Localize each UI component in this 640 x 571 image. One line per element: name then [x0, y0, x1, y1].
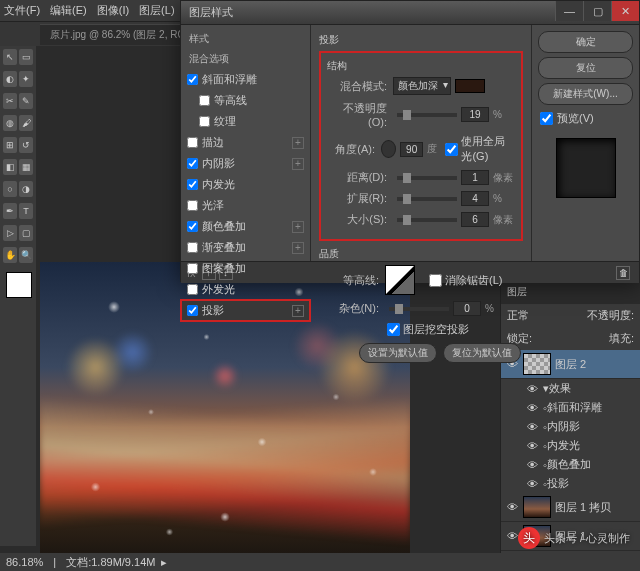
chevron-icon[interactable]: ▸ — [161, 556, 167, 569]
global-light-checkbox[interactable]: 使用全局光(G) — [445, 134, 515, 164]
style-texture[interactable]: 纹理 — [181, 111, 310, 132]
dialog-titlebar[interactable]: 图层样式 — ▢ ✕ — [181, 1, 639, 25]
style-bevel[interactable]: 斜面和浮雕 — [181, 69, 310, 90]
styles-header[interactable]: 样式 — [181, 29, 310, 49]
structure-label: 结构 — [327, 59, 515, 73]
stamp-tool[interactable]: ⊞ — [3, 137, 17, 153]
heal-tool[interactable]: ◍ — [3, 115, 17, 131]
ok-button[interactable]: 确定 — [538, 31, 633, 53]
move-tool[interactable]: ↖ — [3, 49, 17, 65]
shape-tool[interactable]: ▢ — [19, 225, 33, 241]
pen-tool[interactable]: ✒ — [3, 203, 17, 219]
size-slider[interactable] — [397, 218, 457, 222]
contour-checkbox[interactable] — [199, 95, 210, 106]
angle-dial[interactable] — [381, 140, 396, 158]
crop-tool[interactable]: ✂ — [3, 93, 17, 109]
fx-color-overlay[interactable]: 👁◦ 颜色叠加 — [525, 455, 640, 474]
add-icon[interactable]: + — [292, 305, 304, 317]
blend-options-header[interactable]: 混合选项 — [181, 49, 310, 69]
close-button[interactable]: ✕ — [611, 1, 639, 21]
menu-edit[interactable]: 编辑(E) — [50, 3, 87, 18]
fx-inner-glow[interactable]: 👁◦ 内发光 — [525, 436, 640, 455]
gradient-overlay-checkbox[interactable] — [187, 242, 198, 253]
spread-input[interactable]: 4 — [461, 191, 489, 206]
new-style-button[interactable]: 新建样式(W)... — [538, 83, 633, 105]
visibility-icon[interactable]: 👁 — [505, 501, 519, 513]
add-icon[interactable]: + — [292, 221, 304, 233]
satin-checkbox[interactable] — [187, 200, 198, 211]
eyedropper-tool[interactable]: ✎ — [19, 93, 33, 109]
style-stroke[interactable]: 描边+ — [181, 132, 310, 153]
fx-drop-shadow[interactable]: 👁◦ 投影 — [525, 474, 640, 493]
layer-row-1-copy[interactable]: 👁 图层 1 拷贝 — [501, 493, 640, 522]
pattern-overlay-checkbox[interactable] — [187, 263, 198, 274]
menu-file[interactable]: 文件(F) — [4, 3, 40, 18]
style-color-overlay[interactable]: 颜色叠加+ — [181, 216, 310, 237]
layer-thumb[interactable] — [523, 496, 551, 518]
stroke-checkbox[interactable] — [187, 137, 198, 148]
outer-glow-checkbox[interactable] — [187, 284, 198, 295]
color-overlay-checkbox[interactable] — [187, 221, 198, 232]
inner-shadow-checkbox[interactable] — [187, 158, 198, 169]
gradient-tool[interactable]: ▦ — [19, 159, 33, 175]
effects-header[interactable]: 👁▾ 效果 — [525, 379, 640, 398]
hand-tool[interactable]: ✋ — [3, 247, 17, 263]
style-inner-glow[interactable]: 内发光 — [181, 174, 310, 195]
add-icon[interactable]: + — [292, 242, 304, 254]
texture-checkbox[interactable] — [199, 116, 210, 127]
doc-size: 文档:1.89M/9.14M — [66, 555, 155, 570]
minimize-button[interactable]: — — [555, 1, 583, 21]
make-default-button[interactable]: 设置为默认值 — [359, 343, 437, 363]
maximize-button[interactable]: ▢ — [583, 1, 611, 21]
zoom-value[interactable]: 86.18% — [6, 556, 43, 568]
style-pattern-overlay[interactable]: 图案叠加 — [181, 258, 310, 279]
fx-bevel[interactable]: 👁◦ 斜面和浮雕 — [525, 398, 640, 417]
brush-tool[interactable]: 🖌 — [19, 115, 33, 131]
add-icon[interactable]: + — [292, 158, 304, 170]
marquee-tool[interactable]: ▭ — [19, 49, 33, 65]
style-gradient-overlay[interactable]: 渐变叠加+ — [181, 237, 310, 258]
shadow-color-swatch[interactable] — [455, 79, 485, 93]
style-satin[interactable]: 光泽 — [181, 195, 310, 216]
distance-input[interactable]: 1 — [461, 170, 489, 185]
type-tool[interactable]: T — [19, 203, 33, 219]
blend-mode-label: 混合模式: — [327, 79, 387, 94]
menu-image[interactable]: 图像(I) — [97, 3, 129, 18]
preview-checkbox[interactable]: 预览(V) — [538, 109, 633, 128]
contour-picker[interactable] — [385, 265, 415, 295]
fx-inner-shadow[interactable]: 👁◦ 内阴影 — [525, 417, 640, 436]
cancel-button[interactable]: 复位 — [538, 57, 633, 79]
angle-input[interactable]: 90 — [400, 142, 424, 157]
noise-slider[interactable] — [389, 307, 449, 311]
lasso-tool[interactable]: ◐ — [3, 71, 17, 87]
knockout-checkbox[interactable]: 图层挖空投影 — [387, 322, 469, 337]
inner-glow-checkbox[interactable] — [187, 179, 198, 190]
opacity-input[interactable]: 19 — [461, 107, 489, 122]
path-tool[interactable]: ▷ — [3, 225, 17, 241]
zoom-tool[interactable]: 🔍 — [19, 247, 33, 263]
history-tool[interactable]: ↺ — [19, 137, 33, 153]
add-icon[interactable]: + — [292, 137, 304, 149]
size-input[interactable]: 6 — [461, 212, 489, 227]
style-drop-shadow[interactable]: 投影+ — [181, 300, 310, 321]
trash-icon[interactable]: 🗑 — [616, 266, 630, 280]
blend-mode-select[interactable]: 颜色加深 — [393, 77, 451, 95]
noise-input[interactable]: 0 — [453, 301, 481, 316]
blur-tool[interactable]: ○ — [3, 181, 17, 197]
drop-shadow-checkbox[interactable] — [187, 305, 198, 316]
style-inner-shadow[interactable]: 内阴影+ — [181, 153, 310, 174]
dodge-tool[interactable]: ◑ — [19, 181, 33, 197]
spread-slider[interactable] — [397, 197, 457, 201]
style-outer-glow[interactable]: 外发光 — [181, 279, 310, 300]
menu-layer[interactable]: 图层(L) — [139, 3, 174, 18]
distance-slider[interactable] — [397, 176, 457, 180]
reset-default-button[interactable]: 复位为默认值 — [443, 343, 521, 363]
foreground-color[interactable] — [6, 272, 32, 298]
opacity-slider[interactable] — [397, 113, 457, 117]
layer-thumb[interactable] — [523, 353, 551, 375]
antialias-checkbox[interactable]: 消除锯齿(L) — [429, 273, 502, 288]
bevel-checkbox[interactable] — [187, 74, 198, 85]
style-contour[interactable]: 等高线 — [181, 90, 310, 111]
wand-tool[interactable]: ✦ — [19, 71, 33, 87]
eraser-tool[interactable]: ◧ — [3, 159, 17, 175]
